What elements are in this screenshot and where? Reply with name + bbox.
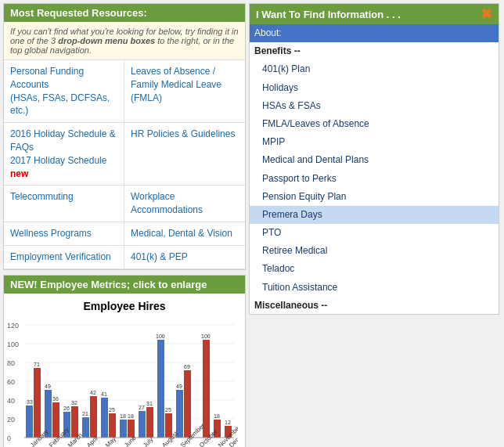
list-item-401k[interactable]: 401(k) Plan xyxy=(250,60,499,78)
svg-text:21: 21 xyxy=(82,411,88,416)
resource-cell[interactable]: Wellness Programs xyxy=(4,222,124,246)
svg-rect-39 xyxy=(146,407,153,438)
svg-text:42: 42 xyxy=(90,390,96,395)
svg-text:25: 25 xyxy=(109,407,115,413)
find-list[interactable]: About: Benefits -- 401(k) Plan Holidays … xyxy=(250,24,499,314)
svg-text:49: 49 xyxy=(176,384,182,389)
resources-box: Most Requested Resources: If you can't f… xyxy=(3,3,246,270)
resource-cell[interactable]: 2016 Holiday Schedule & FAQs2017 Holiday… xyxy=(4,123,124,186)
main-container: Most Requested Resources: If you can't f… xyxy=(0,0,504,447)
resource-cell[interactable]: Leaves of Absence /Family Medical Leave … xyxy=(124,60,245,123)
svg-text:80: 80 xyxy=(7,359,15,367)
chart-container: Employee Hires 120 100 80 60 40 20 0 xyxy=(4,294,245,447)
svg-text:33: 33 xyxy=(27,399,33,405)
list-item-medical-dental[interactable]: Medical and Dental Plans xyxy=(250,151,499,169)
list-item-benefits[interactable]: Benefits -- xyxy=(250,42,499,60)
svg-rect-42 xyxy=(157,340,164,438)
chart-title: Employee Hires xyxy=(7,300,242,312)
svg-text:18: 18 xyxy=(120,413,126,419)
resource-cell[interactable]: Employment Verification xyxy=(4,246,124,269)
list-item-holidays[interactable]: Holidays xyxy=(250,79,499,97)
svg-rect-14 xyxy=(26,406,33,438)
find-box: I Want To Find Information . . . ✖ About… xyxy=(249,3,499,315)
left-panel: Most Requested Resources: If you can't f… xyxy=(3,3,246,447)
list-item-misc[interactable]: Miscellaneous -- xyxy=(250,297,499,314)
list-item-hsas[interactable]: HSAs & FSAs xyxy=(250,97,499,115)
resource-cell[interactable]: Personal Funding Accounts(HSAs, FSAs, DC… xyxy=(4,60,124,123)
resource-cell[interactable]: Telecommuting xyxy=(4,186,124,222)
svg-rect-38 xyxy=(139,411,146,438)
metrics-box[interactable]: NEW! Employee Metrics; click to enlarge … xyxy=(3,275,246,447)
svg-rect-50 xyxy=(203,340,210,438)
resource-cell[interactable]: HR Policies & Guidelines xyxy=(124,123,245,186)
svg-rect-31 xyxy=(109,413,116,438)
list-item-pension[interactable]: Pension Equity Plan xyxy=(250,188,499,206)
svg-text:26: 26 xyxy=(63,406,70,411)
resources-grid: Personal Funding Accounts(HSAs, FSAs, DC… xyxy=(4,60,245,269)
svg-rect-47 xyxy=(184,370,191,438)
svg-text:60: 60 xyxy=(7,378,15,386)
list-item-tuition[interactable]: Tuition Assistance xyxy=(250,279,499,297)
find-header-title: I Want To Find Information . . . xyxy=(256,9,401,20)
svg-text:0: 0 xyxy=(7,434,11,442)
close-button[interactable]: ✖ xyxy=(481,7,492,21)
svg-text:120: 120 xyxy=(7,322,19,330)
metrics-header: NEW! Employee Metrics; click to enlarge xyxy=(4,276,245,294)
svg-text:100: 100 xyxy=(7,341,19,348)
svg-text:40: 40 xyxy=(7,397,15,405)
svg-text:31: 31 xyxy=(146,401,153,406)
svg-rect-30 xyxy=(101,398,108,438)
svg-text:18: 18 xyxy=(128,413,134,419)
resource-cell[interactable]: 401(k) & PEP xyxy=(124,246,245,269)
svg-text:20: 20 xyxy=(7,416,15,424)
svg-rect-27 xyxy=(90,396,97,438)
svg-text:71: 71 xyxy=(34,362,40,367)
svg-text:36: 36 xyxy=(52,396,59,402)
svg-text:41: 41 xyxy=(101,391,107,397)
svg-rect-46 xyxy=(176,390,183,438)
list-item-about[interactable]: About: xyxy=(250,24,499,42)
svg-text:49: 49 xyxy=(45,384,51,389)
svg-text:27: 27 xyxy=(139,405,145,410)
list-item-mpip[interactable]: MPIP xyxy=(250,133,499,151)
resource-cell[interactable]: Medical, Dental & Vision xyxy=(124,222,245,246)
find-header: I Want To Find Information . . . ✖ xyxy=(250,4,499,24)
svg-text:69: 69 xyxy=(184,364,190,369)
right-panel: I Want To Find Information . . . ✖ About… xyxy=(249,3,499,447)
resources-note: If you can't find what you're looking fo… xyxy=(4,22,245,60)
resource-cell[interactable]: Workplace Accommodations xyxy=(124,186,245,222)
employee-hires-chart: 120 100 80 60 40 20 0 xyxy=(7,319,238,447)
svg-text:100: 100 xyxy=(156,333,165,339)
list-item-retiree[interactable]: Retiree Medical xyxy=(250,242,499,260)
svg-text:100: 100 xyxy=(201,333,211,339)
svg-text:12: 12 xyxy=(225,420,231,425)
svg-rect-26 xyxy=(82,417,89,438)
svg-text:32: 32 xyxy=(71,400,77,406)
svg-text:25: 25 xyxy=(165,407,171,413)
resources-header: Most Requested Resources: xyxy=(4,4,245,22)
list-item-passport[interactable]: Passport to Perks xyxy=(250,170,499,188)
svg-rect-34 xyxy=(120,420,127,438)
svg-rect-15 xyxy=(34,368,41,438)
list-item-premera-days[interactable]: Premera Days xyxy=(250,206,499,224)
list-item-teladoc[interactable]: Teladoc xyxy=(250,260,499,278)
svg-text:18: 18 xyxy=(214,413,220,419)
list-item-fmla[interactable]: FMLA/Leaves of Absence xyxy=(250,115,499,133)
list-item-pto[interactable]: PTO xyxy=(250,224,499,242)
